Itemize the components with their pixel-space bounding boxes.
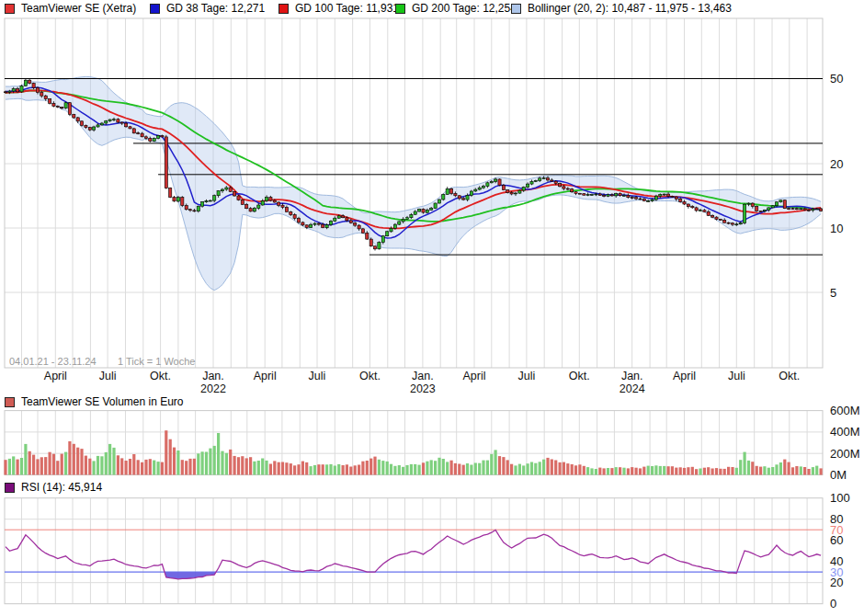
x-axis-month-label: Juli bbox=[99, 370, 117, 382]
x-axis-month-label: Okt. bbox=[569, 370, 590, 382]
x-axis-year-label: 2024 bbox=[620, 382, 645, 395]
x-axis-month-label: Juli bbox=[517, 370, 535, 382]
x-axis-year-label: 2022 bbox=[200, 382, 226, 395]
date-range-label: 04.01.21 - 23.11.24 bbox=[9, 356, 97, 367]
bollinger-band bbox=[6, 76, 821, 290]
rsi-axis-label: 60 bbox=[830, 533, 843, 547]
rsi-indicator bbox=[5, 530, 823, 579]
x-axis-month-label: April bbox=[673, 370, 696, 382]
x-axis-month-label: Jan. bbox=[412, 370, 434, 382]
x-axis-month-label: Juli bbox=[728, 370, 745, 382]
volume-axis-label: 200M bbox=[830, 447, 860, 461]
price-axis-label: 10 bbox=[830, 222, 843, 235]
volume-axis-label: 600M bbox=[830, 404, 860, 417]
volume-axis-label: 0M bbox=[830, 468, 847, 482]
rsi-axis-label: 0 bbox=[830, 597, 836, 610]
x-axis-month-label: April bbox=[44, 370, 67, 382]
rsi-axis-label: 20 bbox=[830, 576, 843, 589]
price-axis-label: 5 bbox=[830, 286, 836, 300]
volume-bars bbox=[4, 430, 822, 474]
x-axis-month-label: Jan. bbox=[202, 370, 224, 382]
x-axis-month-label: Jan. bbox=[621, 370, 643, 382]
x-axis-month-label: Okt. bbox=[150, 370, 171, 382]
tick-interval-label: 1 Tick = 1 Woche bbox=[118, 356, 195, 367]
x-axis-month-label: April bbox=[463, 370, 486, 382]
rsi-axis-label: 100 bbox=[830, 491, 850, 505]
stock-chart-canvas: 5020105600M400M200M0M1008070604030200Apr… bbox=[0, 0, 864, 616]
x-axis-month-label: Okt. bbox=[359, 370, 381, 382]
volume-axis-label: 400M bbox=[830, 425, 860, 439]
x-axis-month-label: April bbox=[254, 370, 277, 382]
price-axis-label: 50 bbox=[830, 72, 843, 86]
x-axis-month-label: Okt. bbox=[779, 370, 800, 382]
x-axis-month-label: Juli bbox=[309, 370, 326, 382]
x-axis-year-label: 2023 bbox=[410, 382, 436, 395]
price-axis-label: 20 bbox=[830, 157, 843, 171]
